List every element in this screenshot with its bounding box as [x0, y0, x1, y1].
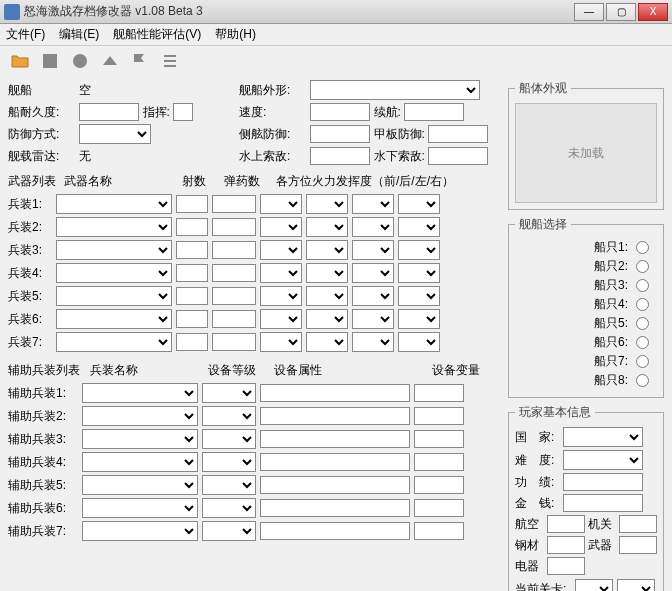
ammo-input[interactable]	[212, 218, 256, 236]
dir-left-select[interactable]	[352, 217, 394, 237]
ammo-input[interactable]	[212, 241, 256, 259]
air-input[interactable]	[547, 515, 585, 533]
dir-back-select[interactable]	[306, 263, 348, 283]
weapon-name-select[interactable]	[56, 194, 172, 214]
dir-right-select[interactable]	[398, 217, 440, 237]
aux-var-input[interactable]	[414, 476, 464, 494]
ship-select-radio[interactable]	[636, 355, 649, 368]
open-icon[interactable]	[10, 51, 30, 71]
money-input[interactable]	[563, 494, 643, 512]
aux-name-select[interactable]	[82, 521, 198, 541]
aux-name-select[interactable]	[82, 452, 198, 472]
ship-select-radio[interactable]	[636, 260, 649, 273]
aux-attr-input[interactable]	[260, 522, 410, 540]
ship-select-radio[interactable]	[636, 241, 649, 254]
ship-select-radio[interactable]	[636, 374, 649, 387]
dir-front-select[interactable]	[260, 240, 302, 260]
stop-icon[interactable]	[70, 51, 90, 71]
aux-attr-input[interactable]	[260, 407, 410, 425]
dir-back-select[interactable]	[306, 332, 348, 352]
dir-left-select[interactable]	[352, 194, 394, 214]
hp-input[interactable]	[79, 103, 139, 121]
dir-back-select[interactable]	[306, 240, 348, 260]
ship-select-radio[interactable]	[636, 317, 649, 330]
aux-name-select[interactable]	[82, 475, 198, 495]
aux-name-select[interactable]	[82, 406, 198, 426]
aux-level-select[interactable]	[202, 475, 256, 495]
stage-select-2[interactable]	[617, 579, 655, 591]
dir-left-select[interactable]	[352, 286, 394, 306]
aux-level-select[interactable]	[202, 429, 256, 449]
shape-select[interactable]	[310, 80, 480, 100]
maximize-button[interactable]: ▢	[606, 3, 636, 21]
command-input[interactable]	[173, 103, 193, 121]
ship-select-radio[interactable]	[636, 279, 649, 292]
dir-right-select[interactable]	[398, 332, 440, 352]
flag-icon[interactable]	[130, 51, 150, 71]
dir-right-select[interactable]	[398, 194, 440, 214]
weapon-name-select[interactable]	[56, 240, 172, 260]
aux-name-select[interactable]	[82, 429, 198, 449]
dir-back-select[interactable]	[306, 286, 348, 306]
ammo-input[interactable]	[212, 333, 256, 351]
dir-front-select[interactable]	[260, 332, 302, 352]
steel-input[interactable]	[547, 536, 585, 554]
aux-level-select[interactable]	[202, 498, 256, 518]
ammo-input[interactable]	[212, 195, 256, 213]
aux-attr-input[interactable]	[260, 384, 410, 402]
shots-input[interactable]	[176, 241, 208, 259]
dir-right-select[interactable]	[398, 263, 440, 283]
menu-eval[interactable]: 舰船性能评估(V)	[113, 26, 201, 43]
deck-def-input[interactable]	[428, 125, 488, 143]
aux-var-input[interactable]	[414, 453, 464, 471]
defense-select[interactable]	[79, 124, 151, 144]
shots-input[interactable]	[176, 264, 208, 282]
weapon-name-select[interactable]	[56, 263, 172, 283]
weapon-name-select[interactable]	[56, 332, 172, 352]
weapon-name-select[interactable]	[56, 286, 172, 306]
aux-level-select[interactable]	[202, 406, 256, 426]
merit-input[interactable]	[563, 473, 643, 491]
side-def-input[interactable]	[310, 125, 370, 143]
sonar-surface-input[interactable]	[310, 147, 370, 165]
shots-input[interactable]	[176, 195, 208, 213]
dir-left-select[interactable]	[352, 263, 394, 283]
dir-right-select[interactable]	[398, 240, 440, 260]
dir-front-select[interactable]	[260, 263, 302, 283]
stage-select-1[interactable]	[575, 579, 613, 591]
menu-file[interactable]: 文件(F)	[6, 26, 45, 43]
sonar-under-input[interactable]	[428, 147, 488, 165]
minimize-button[interactable]: —	[574, 3, 604, 21]
aux-level-select[interactable]	[202, 452, 256, 472]
ammo-input[interactable]	[212, 264, 256, 282]
ship-select-radio[interactable]	[636, 298, 649, 311]
shots-input[interactable]	[176, 218, 208, 236]
ammo-input[interactable]	[212, 287, 256, 305]
aux-attr-input[interactable]	[260, 476, 410, 494]
save-icon[interactable]	[40, 51, 60, 71]
menu-help[interactable]: 帮助(H)	[215, 26, 256, 43]
aux-name-select[interactable]	[82, 383, 198, 403]
range-input[interactable]	[404, 103, 464, 121]
shots-input[interactable]	[176, 310, 208, 328]
dir-left-select[interactable]	[352, 309, 394, 329]
aux-var-input[interactable]	[414, 384, 464, 402]
dir-right-select[interactable]	[398, 286, 440, 306]
dir-front-select[interactable]	[260, 309, 302, 329]
aux-var-input[interactable]	[414, 407, 464, 425]
dir-front-select[interactable]	[260, 286, 302, 306]
close-button[interactable]: X	[638, 3, 668, 21]
menu-edit[interactable]: 编辑(E)	[59, 26, 99, 43]
dir-back-select[interactable]	[306, 309, 348, 329]
shots-input[interactable]	[176, 287, 208, 305]
country-select[interactable]	[563, 427, 643, 447]
aux-level-select[interactable]	[202, 521, 256, 541]
weapon-name-select[interactable]	[56, 217, 172, 237]
aux-level-select[interactable]	[202, 383, 256, 403]
aux-name-select[interactable]	[82, 498, 198, 518]
aux-attr-input[interactable]	[260, 430, 410, 448]
dir-left-select[interactable]	[352, 240, 394, 260]
list-icon[interactable]	[160, 51, 180, 71]
dir-right-select[interactable]	[398, 309, 440, 329]
elec-input[interactable]	[547, 557, 585, 575]
